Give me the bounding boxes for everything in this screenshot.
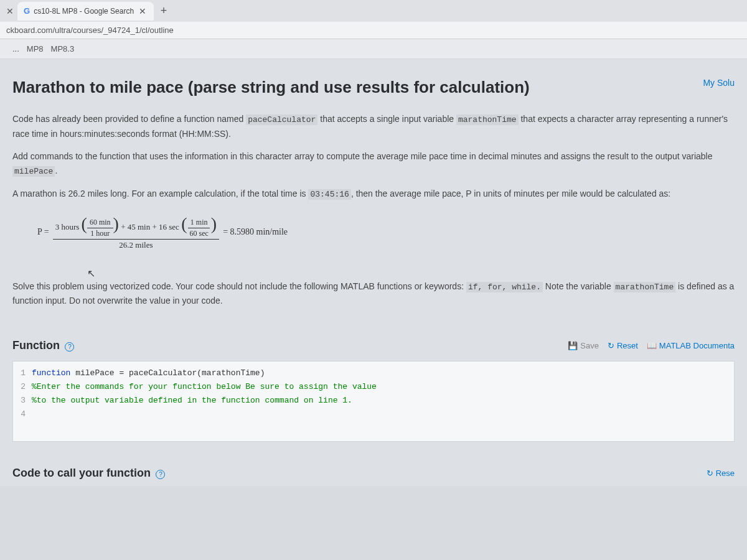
formula: P = 3 hours (60 min1 hour) + 45 min + 16… [37, 214, 735, 250]
breadcrumb-ellipsis[interactable]: ... [12, 44, 19, 54]
reset-icon: ↻ [608, 341, 614, 350]
code-marathontime: marathonTime [456, 114, 519, 125]
my-solutions-link[interactable]: My Solu [703, 78, 735, 88]
editor-toolbar: 💾 Save ↻ Reset 📖 MATLAB Documenta [568, 341, 735, 350]
cursor-icon: ↖ [87, 268, 95, 279]
page-title: Marathon to mile pace (parse string and … [12, 78, 530, 97]
code-line: 1 function milePace = paceCalculator(mar… [13, 366, 734, 380]
url-text: ckboard.com/ultra/courses/_94724_1/cl/ou… [6, 26, 174, 35]
browser-tab-strip: ✕ G cs10-8L MP8 - Google Search ✕ + [0, 0, 747, 22]
reset-call-button[interactable]: ↻ Rese [707, 469, 735, 478]
call-section-title: Code to call your function [12, 467, 151, 479]
new-tab-button[interactable]: + [156, 4, 171, 19]
browser-tab[interactable]: G cs10-8L MP8 - Google Search ✕ [17, 2, 154, 21]
code-time-example: 03:45:16 [308, 189, 350, 200]
main-content: Marathon to mile pace (parse string and … [0, 59, 747, 486]
description-p2: Add commands to the function that uses t… [12, 149, 735, 178]
close-icon[interactable]: ✕ [5, 6, 15, 16]
help-icon[interactable]: ? [156, 470, 165, 479]
google-icon: G [24, 6, 30, 16]
description-p3: A marathon is 26.2 miles long. For an ex… [12, 187, 735, 202]
close-tab-icon[interactable]: ✕ [138, 6, 148, 16]
description-p1: Code has already been provided to define… [12, 112, 735, 141]
breadcrumb-mp8-3[interactable]: MP8.3 [51, 44, 75, 54]
reset-icon: ↻ [707, 469, 713, 478]
tab-title: cs10-8L MP8 - Google Search [34, 7, 134, 16]
matlab-docs-button[interactable]: 📖 MATLAB Documenta [647, 341, 735, 350]
code-milepace: milePace [12, 166, 55, 177]
save-icon: 💾 [568, 341, 578, 350]
breadcrumb: ... MP8 MP8.3 [0, 39, 747, 59]
url-bar[interactable]: ckboard.com/ultra/courses/_94724_1/cl/ou… [0, 22, 747, 39]
code-line: 2 %Enter the commands for your function … [13, 380, 734, 394]
code-marathontime2: marathonTime [614, 282, 676, 292]
save-button[interactable]: 💾 Save [568, 341, 599, 350]
code-keywords: if, for, while. [466, 282, 543, 292]
code-line: 4 [13, 408, 734, 421]
code-pacecalculator: paceCalculator [246, 114, 317, 125]
description-p4: Solve this problem using vectorized code… [12, 279, 735, 308]
code-editor[interactable]: 1 function milePace = paceCalculator(mar… [12, 361, 735, 442]
breadcrumb-mp8[interactable]: MP8 [27, 44, 44, 54]
reset-button[interactable]: ↻ Reset [608, 341, 638, 350]
code-line: 3 %to the output variable defined in the… [13, 394, 734, 408]
help-icon[interactable]: ? [65, 342, 74, 352]
docs-icon: 📖 [647, 341, 657, 350]
function-section-title: Function [12, 339, 60, 352]
